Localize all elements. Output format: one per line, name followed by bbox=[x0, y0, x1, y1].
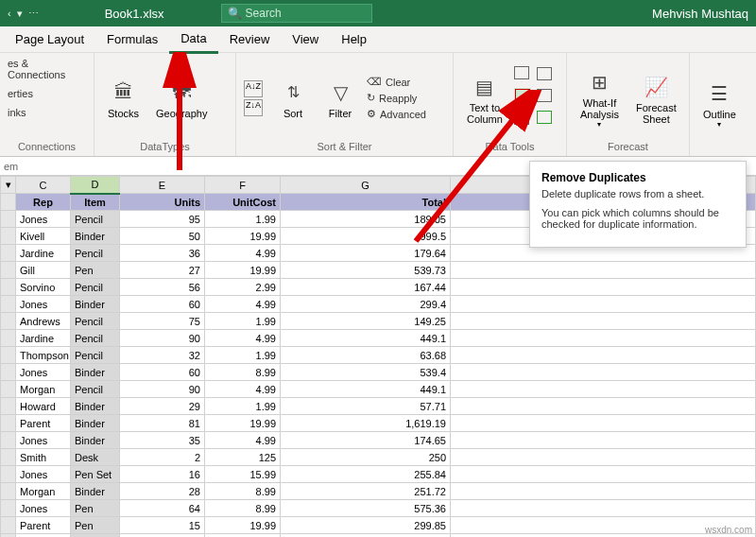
cell-rep[interactable]: Jardine bbox=[16, 330, 71, 347]
geography-button[interactable]: 🗺 Geography bbox=[150, 74, 213, 123]
dropdown-icon[interactable]: ▾ bbox=[17, 8, 23, 20]
cell-cost[interactable]: 1.99 bbox=[205, 398, 281, 415]
cell-item[interactable]: Pen Set bbox=[71, 534, 120, 538]
cell-units[interactable]: 27 bbox=[120, 262, 205, 279]
cell-units[interactable]: 90 bbox=[120, 381, 205, 398]
properties[interactable]: erties bbox=[8, 87, 33, 100]
row-header[interactable] bbox=[1, 330, 16, 347]
row-header[interactable] bbox=[1, 194, 16, 211]
cell-cost[interactable]: 4.99 bbox=[205, 381, 281, 398]
cell-item[interactable]: Binder bbox=[71, 432, 120, 449]
row-header[interactable] bbox=[1, 228, 16, 245]
cell-item[interactable]: Pencil bbox=[71, 211, 120, 228]
col-header-e[interactable]: E bbox=[120, 177, 205, 194]
cell-rep[interactable]: Jones bbox=[16, 500, 71, 517]
table-row[interactable]: Thompson Pencil 32 1.99 63.68 bbox=[1, 347, 756, 364]
advanced-button[interactable]: ⚙Advanced bbox=[367, 107, 426, 121]
cell-item[interactable]: Pencil bbox=[71, 330, 120, 347]
row-header[interactable] bbox=[1, 483, 16, 500]
cell-units[interactable]: 50 bbox=[120, 228, 205, 245]
cell-item[interactable]: Pencil bbox=[71, 381, 120, 398]
cell-cost[interactable]: 19.99 bbox=[205, 415, 281, 432]
cell-rep[interactable]: Parent bbox=[16, 517, 71, 534]
cell-units[interactable]: 35 bbox=[120, 432, 205, 449]
cell-total[interactable]: 63.68 bbox=[281, 347, 451, 364]
cell-item[interactable]: Binder bbox=[71, 228, 120, 245]
cell-units[interactable]: 96 bbox=[120, 534, 205, 538]
header-units[interactable]: Units bbox=[120, 194, 205, 211]
cell-rep[interactable]: Andrews bbox=[16, 313, 71, 330]
tab-page-layout[interactable]: Page Layout bbox=[4, 26, 95, 52]
cell-rep[interactable]: Morgan bbox=[16, 381, 71, 398]
data-validation-icon[interactable] bbox=[514, 112, 531, 130]
select-all[interactable]: ▾ bbox=[1, 177, 16, 194]
cell-units[interactable]: 60 bbox=[120, 296, 205, 313]
cell-cost[interactable]: 8.99 bbox=[205, 500, 281, 517]
queries-connections[interactable]: es & Connections bbox=[8, 57, 86, 81]
row-header[interactable] bbox=[1, 211, 16, 228]
cell-item[interactable]: Pen Set bbox=[71, 466, 120, 483]
header-item[interactable]: Item bbox=[71, 194, 120, 211]
tab-help[interactable]: Help bbox=[330, 26, 378, 52]
table-row[interactable]: Jones Binder 60 8.99 539.4 bbox=[1, 364, 756, 381]
cell-rep[interactable]: Jones bbox=[16, 211, 71, 228]
cell-total[interactable]: 250 bbox=[281, 449, 451, 466]
cell-total[interactable]: 449.1 bbox=[281, 330, 451, 347]
cell-cost[interactable]: 1.99 bbox=[205, 211, 281, 228]
cell-rep[interactable]: Thompson bbox=[16, 347, 71, 364]
table-row[interactable]: Parent Pen 15 19.99 299.85 bbox=[1, 517, 756, 534]
col-header-c[interactable]: C bbox=[16, 177, 71, 194]
table-row[interactable]: Smith Desk 2 125 250 bbox=[1, 449, 756, 466]
row-header[interactable] bbox=[1, 500, 16, 517]
cell-item[interactable]: Desk bbox=[71, 449, 120, 466]
row-header[interactable] bbox=[1, 449, 16, 466]
cell-item[interactable]: Pencil bbox=[71, 245, 120, 262]
cell-cost[interactable]: 125 bbox=[205, 449, 281, 466]
table-row[interactable]: Jones Pen Set 16 15.99 255.84 bbox=[1, 466, 756, 483]
cell-units[interactable]: 16 bbox=[120, 466, 205, 483]
row-header[interactable] bbox=[1, 517, 16, 534]
table-row[interactable]: Howard Binder 29 1.99 57.71 bbox=[1, 398, 756, 415]
row-header[interactable] bbox=[1, 296, 16, 313]
cell-rep[interactable]: Morgan bbox=[16, 483, 71, 500]
cell-item[interactable]: Pencil bbox=[71, 347, 120, 364]
cell-units[interactable]: 56 bbox=[120, 279, 205, 296]
cell-cost[interactable]: 4.99 bbox=[205, 245, 281, 262]
cell-units[interactable]: 64 bbox=[120, 500, 205, 517]
row-header[interactable] bbox=[1, 279, 16, 296]
table-row[interactable]: Andrews Pencil 75 1.99 149.25 bbox=[1, 313, 756, 330]
table-row[interactable]: Jones Binder 60 4.99 299.4 bbox=[1, 296, 756, 313]
table-row[interactable]: Jones Pen 64 8.99 575.36 bbox=[1, 500, 756, 517]
cell-rep[interactable]: Jones bbox=[16, 432, 71, 449]
row-header[interactable] bbox=[1, 364, 16, 381]
cell-units[interactable]: 36 bbox=[120, 245, 205, 262]
table-row[interactable]: Jones Binder 35 4.99 174.65 bbox=[1, 432, 756, 449]
cell-total[interactable]: 299.4 bbox=[281, 296, 451, 313]
cell-rep[interactable]: Parent bbox=[16, 415, 71, 432]
cell-cost[interactable]: 19.99 bbox=[205, 262, 281, 279]
cell-total[interactable]: 575.36 bbox=[281, 500, 451, 517]
cell-total[interactable]: 539.73 bbox=[281, 262, 451, 279]
forecast-sheet-button[interactable]: 📈 Forecast Sheet bbox=[630, 68, 682, 129]
cell-total[interactable]: 255.84 bbox=[281, 466, 451, 483]
cell-units[interactable]: 2 bbox=[120, 449, 205, 466]
table-row[interactable]: Gill Pen 27 19.99 539.73 bbox=[1, 262, 756, 279]
cell-units[interactable]: 81 bbox=[120, 415, 205, 432]
cell-item[interactable]: Pencil bbox=[71, 279, 120, 296]
cell-total[interactable]: 179.64 bbox=[281, 245, 451, 262]
table-row[interactable]: Sorvino Pencil 56 2.99 167.44 bbox=[1, 279, 756, 296]
row-header[interactable] bbox=[1, 245, 16, 262]
cell-cost[interactable]: 19.99 bbox=[205, 517, 281, 534]
cell-cost[interactable]: 19.99 bbox=[205, 228, 281, 245]
cell-total[interactable]: 1,619.19 bbox=[281, 415, 451, 432]
cell-rep[interactable]: Gill bbox=[16, 262, 71, 279]
cell-cost[interactable]: 15.99 bbox=[205, 466, 281, 483]
cell-cost[interactable]: 4.99 bbox=[205, 534, 281, 538]
cell-cost[interactable]: 2.99 bbox=[205, 279, 281, 296]
tab-view[interactable]: View bbox=[281, 26, 330, 52]
table-row[interactable]: Jardine Pencil 90 4.99 449.1 bbox=[1, 330, 756, 347]
cell-units[interactable]: 29 bbox=[120, 398, 205, 415]
cell-units[interactable]: 15 bbox=[120, 517, 205, 534]
cell-item[interactable]: Binder bbox=[71, 398, 120, 415]
cell-total[interactable]: 149.25 bbox=[281, 313, 451, 330]
